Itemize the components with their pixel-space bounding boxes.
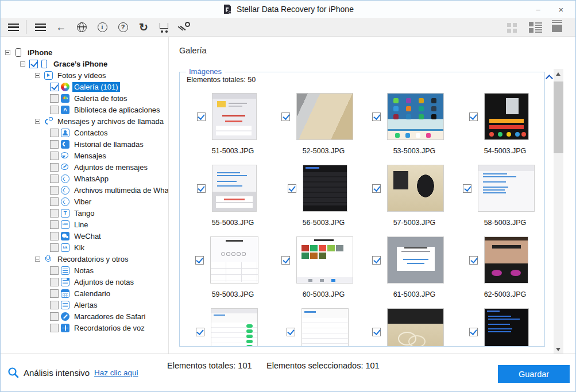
item-checkbox[interactable] — [281, 112, 290, 121]
sidebar-item[interactable]: Adjuntos de notas — [1, 276, 168, 288]
item-checkbox[interactable] — [372, 184, 381, 193]
tree-checkbox[interactable] — [50, 312, 59, 321]
sidebar-item[interactable]: Archivos multimedia de Whats — [1, 184, 168, 196]
sidebar-item[interactable]: Adjuntos de mensajes — [1, 161, 168, 173]
sidebar-item[interactable]: Kik — [1, 242, 168, 253]
thumbnail-offload-app[interactable] — [212, 94, 256, 139]
thumbnail-call-screen[interactable] — [485, 94, 528, 139]
thumbnail-icloud-dialog[interactable] — [388, 237, 443, 283]
expander-icon[interactable] — [20, 61, 25, 67]
sidebar-item[interactable]: Historial de llamadas — [1, 138, 168, 150]
collapse-group-icon[interactable] — [547, 74, 552, 79]
tree-checkbox[interactable] — [29, 60, 38, 68]
scroll-up-icon[interactable] — [554, 69, 563, 79]
grid-view-icon[interactable] — [504, 19, 523, 35]
thumbnail-passcode[interactable] — [211, 237, 258, 283]
sidebar-item[interactable]: Recordatorios de voz — [1, 322, 168, 333]
back-icon[interactable] — [52, 19, 70, 35]
item-checkbox[interactable] — [195, 256, 204, 265]
item-checkbox[interactable] — [372, 256, 381, 265]
thumbnail-icloud-settings[interactable] — [211, 309, 257, 347]
thumbnail-settings-dark[interactable] — [303, 165, 347, 211]
sidebar-item[interactable]: Notas — [1, 265, 168, 276]
menu-icon[interactable] — [31, 19, 49, 35]
sidebar-item[interactable]: Mensajes y archivos de llamada — [1, 115, 168, 127]
sidebar-item[interactable]: Fotos y vídeos — [1, 69, 168, 81]
sidebar-item[interactable]: Biblioteca de aplicaciones — [1, 104, 168, 115]
item-checkbox[interactable] — [469, 112, 478, 121]
item-checkbox[interactable] — [372, 112, 381, 121]
sidebar-item[interactable]: Recordatorios y otros — [1, 253, 168, 265]
tree-checkbox[interactable] — [50, 324, 59, 332]
thumbnail-desk-photo[interactable] — [297, 94, 353, 139]
activation-key-icon[interactable] — [176, 19, 194, 35]
tree-checkbox[interactable] — [50, 289, 59, 298]
tree-checkbox[interactable] — [50, 163, 59, 172]
sidebar-item[interactable]: Line — [1, 219, 168, 230]
item-checkbox[interactable] — [287, 328, 295, 336]
tree-checkbox[interactable] — [50, 83, 59, 91]
item-checkbox[interactable] — [281, 256, 290, 265]
tree-checkbox[interactable] — [50, 301, 59, 309]
sidebar-item[interactable]: Galería de fotos — [1, 92, 168, 104]
thumbnail-settings-light[interactable] — [302, 309, 348, 347]
tree-checkbox[interactable] — [50, 106, 59, 114]
tree-checkbox[interactable] — [50, 197, 59, 206]
sidebar-item[interactable]: WhatsApp — [1, 173, 168, 184]
thumbnail-desk-cables-photo[interactable] — [388, 309, 443, 347]
list-view-icon[interactable] — [526, 19, 544, 35]
expander-icon[interactable] — [35, 257, 40, 262]
expander-icon[interactable] — [35, 73, 40, 78]
menu-icon[interactable] — [4, 19, 22, 35]
deep-scan-link[interactable]: Haz clic aqui — [94, 368, 138, 377]
language-icon[interactable] — [72, 19, 91, 35]
tree-checkbox[interactable] — [50, 174, 59, 183]
sidebar-item[interactable]: Galería (101) — [1, 81, 168, 92]
thumbnail-selfie[interactable] — [485, 237, 528, 283]
save-button[interactable]: Guardar — [498, 365, 570, 383]
tree-checkbox[interactable] — [50, 266, 59, 275]
tree-checkbox[interactable] — [50, 186, 59, 195]
thumbnail-reset-links[interactable] — [478, 165, 534, 211]
tree-checkbox[interactable] — [50, 94, 59, 103]
help-icon[interactable] — [114, 19, 132, 35]
sidebar-item[interactable]: Marcadores de Safari — [1, 311, 168, 322]
item-checkbox[interactable] — [197, 112, 206, 121]
expander-icon[interactable] — [5, 50, 10, 55]
item-checkbox[interactable] — [469, 328, 478, 336]
thumbnail-reset-dialog[interactable] — [212, 165, 256, 211]
refresh-icon[interactable] — [134, 19, 153, 35]
sidebar-item[interactable]: Grace’s iPhone — [1, 58, 168, 69]
item-checkbox[interactable] — [372, 328, 381, 336]
tree-checkbox[interactable] — [50, 152, 59, 160]
sidebar-item[interactable]: Tango — [1, 207, 168, 219]
sidebar-item[interactable]: Viber — [1, 196, 168, 207]
sidebar-item[interactable]: Alertas — [1, 299, 168, 311]
tree-checkbox[interactable] — [50, 278, 59, 286]
thumbnail-desk-mouse-photo[interactable] — [388, 165, 443, 211]
stack-view-icon[interactable] — [548, 19, 566, 35]
scrollbar-thumb[interactable] — [554, 81, 563, 153]
tree-checkbox[interactable] — [50, 232, 59, 240]
item-checkbox[interactable] — [463, 184, 471, 193]
sidebar-item[interactable]: iPhone — [1, 46, 168, 58]
sidebar-item[interactable]: Contactos — [1, 127, 168, 138]
close-button[interactable]: × — [551, 1, 571, 18]
cart-icon[interactable] — [155, 19, 173, 35]
expander-icon[interactable] — [35, 119, 40, 124]
sidebar-item[interactable]: WeChat — [1, 230, 168, 242]
tree-checkbox[interactable] — [50, 209, 59, 218]
sidebar-item[interactable]: Mensajes — [1, 150, 168, 161]
item-checkbox[interactable] — [469, 256, 478, 265]
thumbnail-recently-deleted[interactable] — [297, 237, 353, 283]
sidebar-item[interactable]: Calendario — [1, 288, 168, 299]
item-checkbox[interactable] — [196, 328, 204, 336]
minimize-button[interactable]: – — [528, 1, 548, 18]
scroll-down-icon[interactable] — [554, 344, 563, 354]
item-checkbox[interactable] — [288, 184, 296, 193]
item-checkbox[interactable] — [197, 184, 206, 193]
thumbnail-home-screen[interactable] — [388, 94, 443, 139]
tree-checkbox[interactable] — [50, 243, 59, 252]
info-icon[interactable] — [93, 19, 111, 35]
scrollbar[interactable] — [554, 69, 563, 354]
